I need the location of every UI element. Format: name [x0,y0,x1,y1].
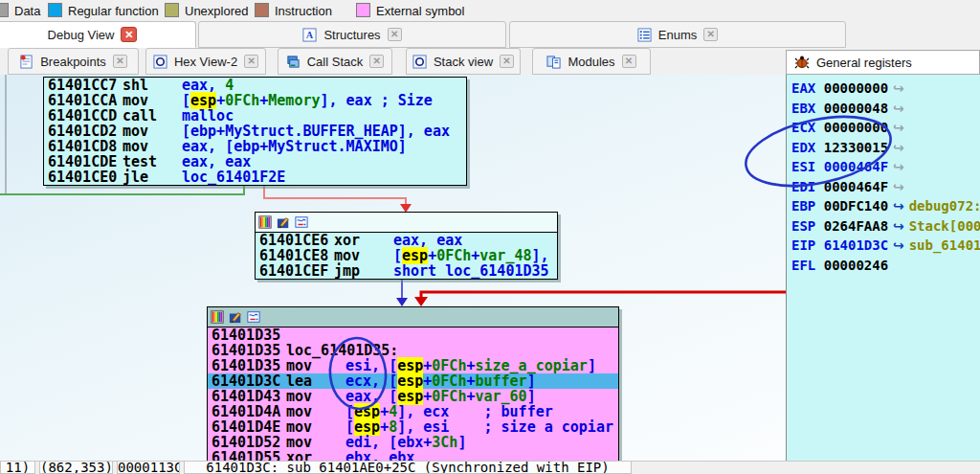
pencil-icon[interactable] [277,215,290,229]
asm-line[interactable]: 61401D35loc_61401D35: [208,343,618,358]
asm-mnemonic: test [122,154,182,169]
stackview-icon [412,55,427,69]
register-value[interactable]: 00DFC140 [824,198,888,214]
register-row-esp[interactable]: ESP 0264FAA8 ↪ Stack[0000 [787,216,980,237]
graph-node-61401CC7[interactable]: 61401CC7shleax, 461401CCAmov[esp+0FCh+Me… [43,77,467,186]
graph-node-titlebar[interactable] [208,307,618,327]
close-icon[interactable]: ✕ [388,28,402,41]
asm-line[interactable]: 61401CCDcallmalloc [44,108,466,124]
disassembly-graph-view[interactable]: 61401CC7shleax, 461401CCAmov[esp+0FCh+Me… [0,75,786,461]
frame-icon[interactable] [295,215,308,229]
pointer-target[interactable]: sub_61401AE [909,237,980,253]
asm-address: 61401CCD [48,108,122,124]
register-value[interactable]: 00000000 [824,80,888,96]
asm-line[interactable]: 61401D55xorebx, ebx [208,450,618,461]
asm-line[interactable]: 61401CD8moveax, [ebp+MyStruct.MAXIMO] [44,139,466,154]
pointer-target[interactable]: debug072:00 [909,198,980,214]
register-value[interactable]: 00000000 [824,120,888,135]
tab-label: Stack view [434,55,493,69]
register-name: EDI [791,179,824,194]
asm-line[interactable]: 61401D35 [208,327,618,343]
asm-operand: loc_61401F2E [182,169,285,185]
register-row-ebx[interactable]: EBX 00000048 ↪ [787,99,980,119]
register-value[interactable]: 0000464F [824,159,888,174]
asm-line[interactable]: 61401CD2mov[ebp+MyStruct.BUFFER_HEAP], e… [44,124,466,139]
enums-icon [637,28,652,42]
register-name: ESI [791,159,824,174]
tab-hex-view-2[interactable]: Hex View-2✕ [145,48,266,75]
pointer-target[interactable]: Stack[0000 [909,218,980,234]
register-row-efl[interactable]: EFL 00000246 [787,256,980,276]
close-icon[interactable]: ✕ [500,55,514,68]
general-registers-panel[interactable]: EAX 00000000 ↪ EBX 00000048 ↪ ECX 000000… [786,75,980,461]
asm-line[interactable]: 61401CE0jleloc_61401F2E [44,169,466,185]
register-row-ebp[interactable]: EBP 00DFC140 ↪ debug072:00 [787,196,980,216]
register-row-esi[interactable]: ESI 0000464F ↪ [787,157,980,177]
tab-call-stack[interactable]: Call Stack✕ [278,48,392,75]
tab-stack-view[interactable]: Stack view✕ [406,48,521,75]
asm-line-current-eip[interactable]: 61401D3Cleaecx, [esp+0FCh+buffer] [208,373,618,389]
tab-structures[interactable]: AStructures✕ [198,21,506,48]
register-name: EAX [791,80,824,96]
asm-mnemonic: mov [286,358,345,373]
close-icon[interactable]: ✕ [703,28,718,41]
register-value[interactable]: 00000048 [824,101,888,116]
register-row-edx[interactable]: EDX 12330015 ↪ [787,138,980,158]
tab-label: Call Stack [307,55,364,69]
color-legend-bar: DataRegular functionUnexploredInstructio… [0,0,980,21]
asm-line[interactable]: 61401CCAmov[esp+0FCh+Memory], eax ; Size [44,93,466,108]
register-row-edi[interactable]: EDI 0000464F ↪ [787,177,980,197]
register-row-eax[interactable]: EAX 00000000 ↪ [787,75,980,99]
asm-line[interactable]: 61401CC7shleax, 4 [44,78,466,93]
register-name: EBX [791,101,824,116]
tab-modules[interactable]: Modules✕ [532,48,651,75]
register-value[interactable]: 00000246 [824,258,888,273]
asm-line[interactable]: 61401D35movesi, [esp+0FCh+size_a_copiar] [208,358,618,373]
unexplored-color-swatch [165,3,179,17]
graph-node-61401CE6[interactable]: 61401CE6xoreax, eax61401CE8mov[esp+0FCh+… [255,212,558,280]
tab-enums[interactable]: Enums✕ [509,21,846,48]
close-icon[interactable]: ✕ [244,55,258,68]
palette-icon[interactable] [211,310,224,324]
asm-line[interactable]: 61401D43moveax, [esp+0FCh+var_60] [208,389,618,404]
asm-mnemonic: jle [122,169,182,185]
frame-icon[interactable] [247,310,260,324]
register-value[interactable]: 0000464F [824,179,888,194]
status-segment: (862,353) [39,462,113,474]
status-segment: 61401D3C: sub_61401AE0+25C (Synchronized… [184,462,632,474]
asm-line[interactable]: 61401CE6xoreax, eax [256,233,557,248]
register-row-ecx[interactable]: ECX 00000000 ↪ [787,118,980,138]
asm-line[interactable]: 61401CEFjmpshort loc_61401D35 [256,263,557,279]
graph-edge-fallthrough [264,184,406,205]
breakpoints-icon [19,55,33,69]
graph-node-loc-61401D35[interactable]: 61401D3561401D35loc_61401D35:61401D35mov… [207,306,619,461]
general-registers-header[interactable]: General registers [786,50,980,75]
asm-mnemonic: mov [286,419,345,435]
modules-icon [546,55,561,69]
register-value[interactable]: 0264FAA8 [824,218,888,234]
close-icon[interactable]: ✕ [113,55,127,68]
close-icon[interactable]: ✕ [622,55,636,68]
asm-line[interactable]: 61401CDEtesteax, eax [44,154,466,169]
pencil-icon[interactable] [229,310,242,324]
register-value[interactable]: 61401D3C [824,237,888,253]
asm-address: 61401CE0 [48,169,122,185]
pointer-arrow-icon: ↪ [888,140,908,155]
asm-address: 61401CD8 [48,139,122,154]
register-row-eip[interactable]: EIP 61401D3C ↪ sub_61401AE [787,236,980,256]
tab-breakpoints[interactable]: Breakpoints✕ [8,48,139,75]
asm-address: 61401CD2 [48,124,122,139]
palette-icon[interactable] [258,215,272,229]
legend-label: Unexplored [185,4,249,18]
graph-node-titlebar[interactable] [256,213,557,233]
asm-line[interactable]: 61401D52movedi, [ebx+3Ch] [208,435,618,450]
tab-debug-view[interactable]: Debug View✕ [0,21,196,48]
asm-address: 61401CDE [48,154,122,169]
asm-line[interactable]: 61401CE8mov[esp+0FCh+var_48], eax [256,248,557,263]
close-icon[interactable]: ✕ [369,55,384,68]
register-value[interactable]: 12330015 [824,140,888,155]
close-icon[interactable]: ✕ [121,27,137,42]
asm-line[interactable]: 61401D4Amov[esp+4], ecx ; buffer [208,404,618,419]
asm-line[interactable]: 61401D4Emov[esp+8], esi ; size a copiar [208,419,618,435]
callstack-icon [286,55,301,69]
